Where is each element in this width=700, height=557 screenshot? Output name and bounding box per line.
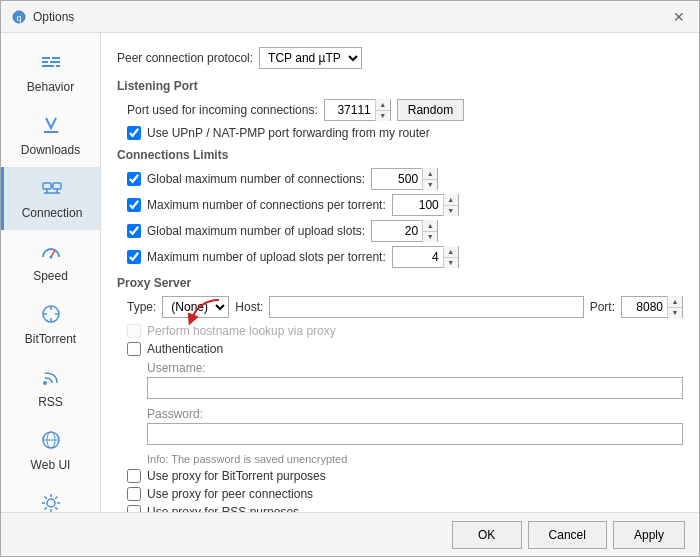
sidebar-item-connection[interactable]: Connection <box>1 167 100 230</box>
hostname-lookup-label: Perform hostname lookup via proxy <box>147 324 336 338</box>
svg-point-16 <box>49 256 52 259</box>
max-upload-slots-torrent-checkbox[interactable] <box>127 250 141 264</box>
use-proxy-rss-row: Use proxy for RSS purposes <box>127 505 683 512</box>
close-button[interactable]: ✕ <box>669 7 689 27</box>
random-button[interactable]: Random <box>397 99 464 121</box>
password-label: Password: <box>147 407 203 421</box>
proxy-port-spin-down[interactable]: ▼ <box>668 308 682 319</box>
svg-line-31 <box>44 497 46 499</box>
authentication-label: Authentication <box>147 342 223 356</box>
username-input[interactable] <box>147 377 683 399</box>
sidebar-item-advanced[interactable]: Advanced <box>1 482 100 512</box>
proxy-host-label: Host: <box>235 300 263 314</box>
global-upload-slots-label: Global maximum number of upload slots: <box>147 224 365 238</box>
global-upload-slots-checkbox[interactable] <box>127 224 141 238</box>
global-upload-slots-input[interactable] <box>372 221 422 241</box>
global-upload-slots-spin-up[interactable]: ▲ <box>423 220 437 232</box>
global-max-connections-spinbox[interactable]: ▲ ▼ <box>371 168 438 190</box>
bittorrent-icon <box>40 303 62 328</box>
port-spin-buttons: ▲ ▼ <box>375 99 390 121</box>
max-upload-slots-torrent-spin-down[interactable]: ▼ <box>444 258 458 269</box>
content-area: Behavior Downloads <box>1 33 699 512</box>
username-row: Username: <box>147 360 683 403</box>
use-proxy-peer-label: Use proxy for peer connections <box>147 487 313 501</box>
svg-point-26 <box>47 499 55 507</box>
main-panel: Peer connection protocol: TCP and µTP Li… <box>101 33 699 512</box>
max-connections-torrent-spinbox[interactable]: ▲ ▼ <box>392 194 459 216</box>
proxy-port-input[interactable] <box>622 297 667 317</box>
port-spinbox[interactable]: ▲ ▼ <box>324 99 391 121</box>
global-max-connections-spin-down[interactable]: ▼ <box>423 180 437 191</box>
svg-rect-10 <box>53 183 61 189</box>
svg-point-22 <box>43 381 47 385</box>
sidebar-item-speed[interactable]: Speed <box>1 230 100 293</box>
hostname-lookup-checkbox[interactable] <box>127 324 141 338</box>
peer-protocol-select[interactable]: TCP and µTP <box>259 47 362 69</box>
connection-icon <box>41 177 63 202</box>
port-spin-up[interactable]: ▲ <box>376 99 390 111</box>
app-icon: q <box>11 9 27 25</box>
sidebar-item-rss[interactable]: RSS <box>1 356 100 419</box>
global-max-connections-row: Global maximum number of connections: ▲ … <box>127 168 683 190</box>
behavior-icon <box>40 51 62 76</box>
global-max-connections-input[interactable] <box>372 169 422 189</box>
global-upload-slots-spinbox[interactable]: ▲ ▼ <box>371 220 438 242</box>
listening-port-section-header: Listening Port <box>117 79 683 93</box>
authentication-row: Authentication <box>127 342 683 356</box>
svg-rect-9 <box>43 183 51 189</box>
global-max-connections-spin-up[interactable]: ▲ <box>423 168 437 180</box>
port-input[interactable] <box>325 100 375 120</box>
max-connections-torrent-checkbox[interactable] <box>127 198 141 212</box>
use-proxy-peer-row: Use proxy for peer connections <box>127 487 683 501</box>
use-proxy-bittorrent-checkbox[interactable] <box>127 469 141 483</box>
proxy-port-spin-up[interactable]: ▲ <box>668 296 682 308</box>
downloads-icon <box>40 114 62 139</box>
use-proxy-rss-checkbox[interactable] <box>127 505 141 512</box>
sidebar-item-speed-label: Speed <box>33 269 68 283</box>
max-connections-torrent-label: Maximum number of connections per torren… <box>147 198 386 212</box>
proxy-host-input[interactable] <box>269 296 583 318</box>
sidebar-item-connection-label: Connection <box>22 206 83 220</box>
global-max-connections-spin-buttons: ▲ ▼ <box>422 168 437 190</box>
sidebar-item-bittorrent-label: BitTorrent <box>25 332 76 346</box>
password-input[interactable] <box>147 423 683 445</box>
sidebar-item-downloads[interactable]: Downloads <box>1 104 100 167</box>
max-connections-torrent-row: Maximum number of connections per torren… <box>127 194 683 216</box>
proxy-type-select[interactable]: (None) <box>162 296 229 318</box>
authentication-checkbox[interactable] <box>127 342 141 356</box>
sidebar-item-webui-label: Web UI <box>31 458 71 472</box>
global-upload-slots-spin-down[interactable]: ▼ <box>423 232 437 243</box>
sidebar-item-behavior-label: Behavior <box>27 80 74 94</box>
upnp-label: Use UPnP / NAT-PMP port forwarding from … <box>147 126 430 140</box>
password-row: Password: <box>147 406 683 449</box>
bottom-bar: OK Cancel Apply <box>1 512 699 556</box>
max-connections-torrent-spin-down[interactable]: ▼ <box>444 206 458 217</box>
max-upload-slots-torrent-label: Maximum number of upload slots per torre… <box>147 250 386 264</box>
sidebar-item-webui[interactable]: Web UI <box>1 419 100 482</box>
max-connections-torrent-input[interactable] <box>393 195 443 215</box>
svg-line-32 <box>55 507 57 509</box>
global-max-connections-checkbox[interactable] <box>127 172 141 186</box>
peer-protocol-row: Peer connection protocol: TCP and µTP <box>117 47 683 69</box>
sidebar-item-bittorrent[interactable]: BitTorrent <box>1 293 100 356</box>
port-spin-down[interactable]: ▼ <box>376 111 390 122</box>
sidebar-item-downloads-label: Downloads <box>21 143 80 157</box>
options-window: q Options ✕ Behavior <box>0 0 700 557</box>
sidebar-item-behavior[interactable]: Behavior <box>1 41 100 104</box>
max-connections-torrent-spin-buttons: ▲ ▼ <box>443 194 458 216</box>
proxy-port-spinbox[interactable]: ▲ ▼ <box>621 296 683 318</box>
max-connections-torrent-spin-up[interactable]: ▲ <box>444 194 458 206</box>
rss-icon <box>40 366 62 391</box>
max-upload-slots-torrent-spin-up[interactable]: ▲ <box>444 246 458 258</box>
use-proxy-peer-checkbox[interactable] <box>127 487 141 501</box>
proxy-port-spin-buttons: ▲ ▼ <box>667 296 682 318</box>
svg-line-33 <box>55 497 57 499</box>
cancel-button[interactable]: Cancel <box>528 521 607 549</box>
ok-button[interactable]: OK <box>452 521 522 549</box>
upnp-checkbox[interactable] <box>127 126 141 140</box>
max-upload-slots-torrent-input[interactable] <box>393 247 443 267</box>
max-upload-slots-torrent-spin-buttons: ▲ ▼ <box>443 246 458 268</box>
port-label: Port used for incoming connections: <box>127 103 318 117</box>
max-upload-slots-torrent-spinbox[interactable]: ▲ ▼ <box>392 246 459 268</box>
apply-button[interactable]: Apply <box>613 521 685 549</box>
